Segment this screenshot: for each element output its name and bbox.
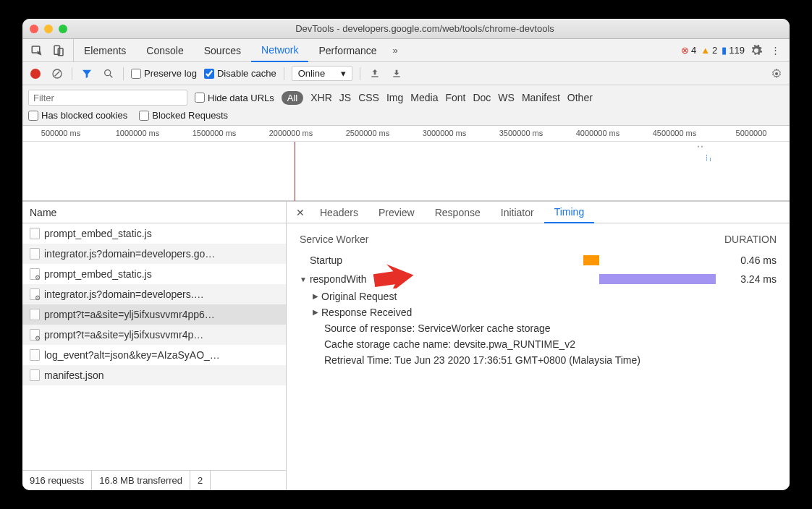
request-row[interactable]: prompt?t=a&site=ylj5ifxusvvmr4pp6… xyxy=(22,304,286,325)
filter-type-ws[interactable]: WS xyxy=(498,92,515,103)
svg-point-7 xyxy=(775,72,778,75)
kebab-menu-icon[interactable]: ⋮ xyxy=(768,43,782,58)
svg-rect-6 xyxy=(394,76,400,77)
footer-resources: 2 xyxy=(190,471,211,490)
dtab-preview[interactable]: Preview xyxy=(368,202,425,223)
filter-type-media[interactable]: Media xyxy=(410,92,438,103)
filter-type-font[interactable]: Font xyxy=(445,92,465,103)
file-icon xyxy=(30,228,40,239)
tab-console[interactable]: Console xyxy=(136,39,193,61)
request-name: prompt_embed_static.js xyxy=(44,268,152,280)
gear-file-icon xyxy=(30,329,40,341)
network-overview-timeline[interactable]: 500000 ms1000000 ms1500000 ms2000000 ms2… xyxy=(22,126,790,201)
warning-count[interactable]: ▲2 xyxy=(701,45,717,56)
request-name: manifest.json xyxy=(44,369,103,381)
preserve-log-checkbox[interactable]: Preserve log xyxy=(131,68,197,79)
inspect-icon[interactable] xyxy=(30,43,44,58)
svg-rect-5 xyxy=(372,76,378,77)
timing-section-label: Service Worker xyxy=(300,234,368,245)
window-maximize-button[interactable] xyxy=(59,25,67,33)
content-split: Name prompt_embed_static.jsintegrator.js… xyxy=(22,201,790,490)
requests-header-name[interactable]: Name xyxy=(22,202,286,223)
error-count[interactable]: ⊗4 xyxy=(681,45,696,56)
request-row[interactable]: manifest.json xyxy=(22,365,286,385)
chevron-right-icon: ▶ xyxy=(313,288,318,304)
search-icon[interactable] xyxy=(101,67,116,81)
timing-info-source: Source of response: ServiceWorker cache … xyxy=(324,320,777,336)
request-row[interactable]: log_event?alt=json&key=AIzaSyAO_… xyxy=(22,345,286,365)
close-details-icon[interactable]: ✕ xyxy=(291,207,310,218)
filter-type-manifest[interactable]: Manifest xyxy=(522,92,560,103)
request-name: integrator.js?domain=developers.… xyxy=(44,288,204,300)
dtab-headers[interactable]: Headers xyxy=(310,202,368,223)
throttling-select[interactable]: Online▾ xyxy=(292,66,353,81)
devtools-window: DevTools - developers.google.com/web/too… xyxy=(22,19,790,490)
dtab-initiator[interactable]: Initiator xyxy=(491,202,544,223)
window-minimize-button[interactable] xyxy=(44,25,53,33)
timing-sub-response-received[interactable]: ▶Response Received xyxy=(313,304,777,320)
window-title: DevTools - developers.google.com/web/too… xyxy=(67,23,782,34)
request-row[interactable]: prompt_embed_static.js xyxy=(22,264,286,284)
timing-row-startup: Startup 0.46 ms xyxy=(300,251,777,270)
filter-input[interactable] xyxy=(28,90,187,106)
filter-type-img[interactable]: Img xyxy=(386,92,403,103)
disclosure-triangle-icon[interactable]: ▼ xyxy=(300,275,307,283)
request-name: log_event?alt=json&key=AIzaSyAO_… xyxy=(44,349,220,361)
disable-cache-checkbox[interactable]: Disable cache xyxy=(204,68,276,79)
gear-file-icon xyxy=(30,288,40,300)
timing-info-cache-name: Cache storage cache name: devsite.pwa_RU… xyxy=(324,336,777,352)
footer-transferred: 16.8 MB transferred xyxy=(92,471,190,490)
request-name: prompt?t=a&site=ylj5ifxusvvmr4p… xyxy=(44,329,203,341)
filter-type-all[interactable]: All xyxy=(282,91,303,105)
gear-file-icon xyxy=(30,268,40,280)
request-name: prompt_embed_static.js xyxy=(44,228,152,239)
main-tab-strip: Elements Console Sources Network Perform… xyxy=(22,39,790,62)
request-row[interactable]: integrator.js?domain=developers.… xyxy=(22,284,286,304)
blocked-requests-checkbox[interactable]: Blocked Requests xyxy=(139,110,228,121)
timing-sub-original-request[interactable]: ▶Original Request xyxy=(313,288,777,304)
network-toolbar: Preserve log Disable cache Online▾ xyxy=(22,62,790,85)
filter-type-other[interactable]: Other xyxy=(567,92,593,103)
requests-pane: Name prompt_embed_static.jsintegrator.js… xyxy=(22,202,287,490)
footer-request-count: 916 requests xyxy=(22,471,92,490)
filter-type-js[interactable]: JS xyxy=(339,92,351,103)
detail-tab-strip: ✕ Headers Preview Response Initiator Tim… xyxy=(287,202,790,223)
clear-icon[interactable] xyxy=(50,67,64,81)
file-icon xyxy=(30,248,40,260)
tab-performance[interactable]: Performance xyxy=(308,39,386,61)
has-blocked-cookies-checkbox[interactable]: Has blocked cookies xyxy=(28,110,127,121)
filter-bar: Hide data URLs All XHR JS CSS Img Media … xyxy=(22,85,790,126)
dtab-response[interactable]: Response xyxy=(425,202,491,223)
upload-har-icon[interactable] xyxy=(368,67,382,81)
filter-type-xhr[interactable]: XHR xyxy=(310,92,332,103)
hide-data-urls-checkbox[interactable]: Hide data URLs xyxy=(195,93,274,103)
requests-footer: 916 requests 16.8 MB transferred 2 xyxy=(22,470,286,490)
dtab-timing[interactable]: Timing xyxy=(544,202,595,223)
settings-gear-icon[interactable] xyxy=(749,43,764,58)
timing-row-respondwith[interactable]: ▼respondWith 3.24 ms xyxy=(300,270,777,288)
titlebar: DevTools - developers.google.com/web/too… xyxy=(22,19,790,39)
file-icon xyxy=(30,369,40,381)
window-close-button[interactable] xyxy=(30,25,38,33)
network-settings-gear-icon[interactable] xyxy=(769,67,784,81)
svg-rect-1 xyxy=(54,46,60,54)
request-row[interactable]: prompt?t=a&site=ylj5ifxusvvmr4p… xyxy=(22,325,286,345)
svg-point-4 xyxy=(105,69,111,75)
traffic-lights xyxy=(30,25,67,33)
filter-type-doc[interactable]: Doc xyxy=(473,92,491,103)
tab-sources[interactable]: Sources xyxy=(194,39,251,61)
tab-network[interactable]: Network xyxy=(251,40,308,62)
request-name: integrator.js?domain=developers.go… xyxy=(44,248,215,260)
filter-type-css[interactable]: CSS xyxy=(358,92,379,103)
request-row[interactable]: integrator.js?domain=developers.go… xyxy=(22,244,286,264)
message-count[interactable]: ▮119 xyxy=(722,45,745,56)
timing-info-retrieval-time: Retrieval Time: Tue Jun 23 2020 17:36:51… xyxy=(324,352,777,368)
filter-funnel-icon[interactable] xyxy=(80,67,94,81)
download-har-icon[interactable] xyxy=(389,67,404,81)
device-toggle-icon[interactable] xyxy=(51,43,66,58)
tabs-overflow-icon[interactable]: » xyxy=(387,45,404,56)
record-button[interactable] xyxy=(28,67,43,81)
request-row[interactable]: prompt_embed_static.js xyxy=(22,223,286,244)
tab-elements[interactable]: Elements xyxy=(74,39,136,61)
requests-list: prompt_embed_static.jsintegrator.js?doma… xyxy=(22,223,286,470)
